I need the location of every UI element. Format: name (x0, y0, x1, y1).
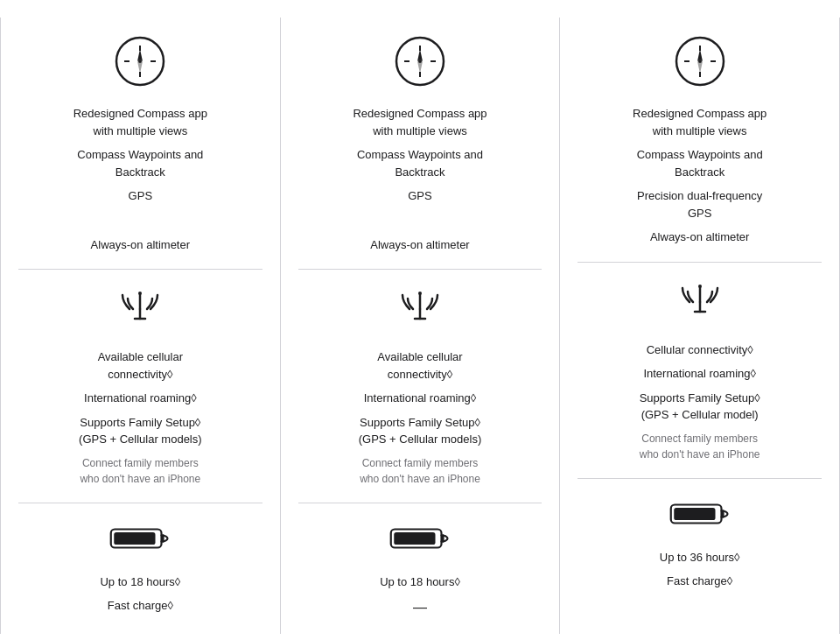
feature-battery-1-col3: Up to 36 hours◊ (660, 549, 740, 566)
feature-compass-5-col1: Always-on altimeter (91, 236, 190, 254)
svg-marker-20 (417, 49, 423, 61)
cellular-icon-wrapper-col2 (394, 287, 446, 334)
battery-icon-wrapper-col2 (389, 521, 451, 559)
feature-compass-4-col1 (139, 212, 143, 229)
svg-marker-34 (697, 49, 703, 61)
svg-marker-21 (417, 61, 423, 74)
feature-cellular-1-col2: Available cellularconnectivity◊ (377, 348, 462, 383)
feature-battery-1-col2: Up to 18 hours◊ (380, 573, 460, 591)
battery-icon-wrapper-col3 (669, 496, 731, 535)
feature-compass-1-col3: Redesigned Compass appwith multiple view… (633, 105, 766, 139)
compass-icon-col2 (394, 35, 446, 88)
compass-section-col1: Redesigned Compass appwith multiple view… (18, 18, 262, 270)
feature-cellular-2-col2: International roaming◊ (364, 390, 477, 407)
compass-icon-wrapper-col1 (114, 35, 166, 91)
feature-battery-2-col1: Fast charge◊ (108, 597, 173, 615)
cellular-icon-col1 (114, 287, 166, 331)
feature-compass-2-col2: Compass Waypoints andBacktrack (357, 146, 483, 180)
main-container: Redesigned Compass appwith multiple view… (0, 0, 840, 640)
compass-icon-col3 (674, 35, 726, 88)
cellular-section-col2: Available cellularconnectivity◊ Internat… (298, 270, 542, 503)
feature-compass-3-col1: GPS (129, 187, 152, 205)
battery-icon-col1 (109, 521, 171, 556)
cellular-icon-wrapper-col1 (114, 287, 166, 334)
column-1: Redesigned Compass appwith multiple view… (1, 18, 281, 634)
svg-marker-6 (137, 49, 143, 61)
feature-compass-3-col2: GPS (408, 187, 431, 205)
feature-battery-2-col2: — (413, 597, 427, 618)
svg-rect-13 (115, 532, 156, 545)
feature-compass-2-col1: Compass Waypoints andBacktrack (77, 146, 203, 180)
feature-compass-5-col3: Always-on altimeter (650, 229, 749, 246)
compass-icon-col1 (114, 35, 166, 88)
comparison-grid: Redesigned Compass appwith multiple view… (0, 18, 840, 634)
feature-cellular-2-col1: International roaming◊ (84, 390, 197, 407)
feature-cellular-sub-col3: Connect family memberswho don't have an … (640, 431, 760, 462)
feature-cellular-sub-col2: Connect family memberswho don't have an … (360, 455, 480, 487)
battery-icon-col3 (669, 496, 731, 531)
battery-section-col2: Up to 18 hours◊ — (298, 503, 542, 635)
compass-section-col3: Redesigned Compass appwith multiple view… (578, 18, 822, 263)
cellular-icon-wrapper-col3 (674, 280, 726, 327)
feature-cellular-3-col1: Supports Family Setup◊(GPS + Cellular mo… (79, 414, 202, 448)
feature-compass-2-col3: Compass Waypoints andBacktrack (637, 146, 763, 180)
cellular-icon-col2 (394, 287, 446, 331)
feature-compass-4-col2 (418, 212, 422, 229)
cellular-section-col3: Cellular connectivity◊ International roa… (578, 263, 822, 479)
column-3: Redesigned Compass appwith multiple view… (560, 18, 840, 634)
battery-icon-col2 (389, 521, 451, 556)
svg-rect-27 (394, 532, 435, 545)
column-2: Redesigned Compass appwith multiple view… (281, 18, 561, 634)
feature-cellular-1-col1: Available cellularconnectivity◊ (98, 348, 183, 383)
feature-battery-2-col3: Fast charge◊ (667, 573, 732, 590)
feature-cellular-1-col3: Cellular connectivity◊ (647, 341, 753, 359)
feature-cellular-2-col3: International roaming◊ (643, 365, 756, 383)
feature-compass-5-col2: Always-on altimeter (370, 236, 469, 254)
feature-compass-1-col2: Redesigned Compass appwith multiple view… (353, 105, 486, 139)
battery-icon-wrapper-col1 (109, 521, 171, 559)
svg-rect-41 (674, 508, 715, 520)
battery-section-col1: Up to 18 hours◊ Fast charge◊ (18, 503, 262, 630)
svg-marker-35 (697, 61, 703, 74)
feature-compass-1-col1: Redesigned Compass appwith multiple view… (74, 105, 207, 139)
battery-section-col3: Up to 36 hours◊ Fast charge◊ (578, 479, 822, 606)
svg-point-9 (138, 292, 142, 295)
feature-cellular-sub-col1: Connect family memberswho don't have an … (80, 455, 200, 487)
feature-compass-3-col3: Precision dual-frequencyGPS (637, 187, 762, 222)
svg-point-23 (418, 292, 422, 295)
cellular-icon-col3 (674, 280, 726, 324)
feature-cellular-3-col2: Supports Family Setup◊(GPS + Cellular mo… (359, 414, 482, 448)
svg-marker-7 (137, 61, 143, 74)
feature-cellular-3-col3: Supports Family Setup◊(GPS + Cellular mo… (640, 390, 760, 424)
compass-icon-wrapper-col3 (674, 35, 726, 91)
cellular-section-col1: Available cellularconnectivity◊ Internat… (18, 270, 262, 503)
compass-icon-wrapper-col2 (394, 35, 446, 91)
compass-section-col2: Redesigned Compass appwith multiple view… (298, 18, 542, 270)
svg-point-37 (698, 285, 702, 288)
feature-battery-1-col1: Up to 18 hours◊ (100, 573, 180, 591)
